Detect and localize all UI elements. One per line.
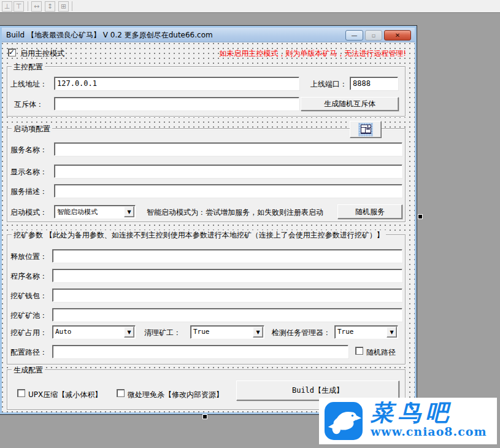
cpu-usage-label: 挖矿占用： bbox=[10, 328, 47, 338]
start-mode-label: 启动模式： bbox=[10, 207, 47, 218]
config-path-input[interactable] bbox=[52, 345, 348, 358]
form-window-icon bbox=[361, 125, 371, 134]
upx-label: UPX压缩【减小体积】 bbox=[28, 390, 102, 400]
start-mode-value: 智能启动模式 bbox=[57, 207, 98, 217]
taskmgr-label: 检测任务管理器： bbox=[272, 328, 331, 338]
enable-master-label: 启用主控模式 bbox=[20, 48, 64, 59]
release-path-label: 释放位置： bbox=[10, 252, 47, 262]
random-service-button[interactable]: 随机服务 bbox=[337, 204, 402, 219]
cpu-usage-value: Auto bbox=[55, 328, 72, 336]
taskmgr-value: True bbox=[337, 328, 354, 336]
pool-input[interactable] bbox=[52, 308, 402, 322]
mutex-input[interactable] bbox=[54, 97, 299, 110]
address-input[interactable] bbox=[54, 77, 299, 90]
program-name-label: 程序名称： bbox=[10, 271, 47, 282]
port-label: 上线端口： bbox=[310, 79, 347, 90]
start-mode-select[interactable]: 智能启动模式 ▼ bbox=[54, 205, 136, 218]
service-name-input[interactable] bbox=[54, 142, 402, 156]
display-name-label: 显示名称： bbox=[10, 167, 47, 177]
group-master-config-title: 主控配置 bbox=[12, 62, 45, 72]
port-input[interactable] bbox=[350, 77, 398, 90]
config-path-label: 配置路径： bbox=[10, 347, 47, 358]
toolbar-separator bbox=[28, 1, 28, 11]
start-mode-hint: 智能启动模式为：尝试增加服务，如失败则注册表启动 bbox=[147, 207, 323, 218]
resize-handle-bottom[interactable] bbox=[202, 414, 207, 419]
random-path-checkbox[interactable] bbox=[355, 347, 363, 355]
same-height-icon[interactable]: ↕ bbox=[45, 1, 55, 12]
same-width-icon[interactable]: ↔ bbox=[31, 1, 42, 12]
bird-logo-tile bbox=[325, 402, 363, 440]
av-evasion-label: 微处理免杀【修改内部资源】 bbox=[128, 390, 223, 400]
toolbar-separator bbox=[72, 1, 72, 11]
chevron-down-icon[interactable]: ▼ bbox=[387, 326, 397, 338]
minimize-button[interactable]: — bbox=[345, 30, 363, 41]
bird-icon bbox=[325, 402, 363, 440]
warning-text: 如未启用主控模式，则为单版本矿马，无法进行远程管理! bbox=[219, 48, 406, 59]
clean-miner-value: True bbox=[193, 328, 210, 336]
release-path-input[interactable] bbox=[52, 249, 402, 263]
taskmgr-select[interactable]: True ▼ bbox=[334, 325, 398, 339]
chevron-down-icon[interactable]: ▼ bbox=[124, 326, 134, 338]
display-name-input[interactable] bbox=[54, 164, 402, 178]
close-button[interactable]: ✕ bbox=[384, 30, 411, 41]
random-path-label: 随机路径 bbox=[366, 347, 396, 358]
service-desc-input[interactable] bbox=[54, 184, 402, 198]
service-name-label: 服务名称： bbox=[10, 145, 47, 155]
chevron-down-icon[interactable]: ▼ bbox=[253, 326, 263, 338]
address-label: 上线地址： bbox=[10, 79, 47, 90]
form-icon-button[interactable] bbox=[350, 121, 382, 138]
enable-master-checkbox[interactable] bbox=[8, 48, 16, 56]
watermark: 菜鸟吧 www.cniao8.com bbox=[319, 398, 497, 444]
titlebar[interactable]: Build 【地表最强良心矿马】 V 0.2 更多原创尽在dute66.com … bbox=[2, 28, 415, 42]
pool-label: 挖矿矿池： bbox=[10, 311, 47, 321]
watermark-brand: 菜鸟吧 bbox=[371, 398, 494, 428]
service-desc-label: 服务描述： bbox=[10, 187, 47, 197]
maximize-button[interactable]: ▫ bbox=[365, 30, 382, 41]
av-evasion-checkbox[interactable] bbox=[117, 389, 125, 397]
group-mining-params-title: 挖矿参数 【此处为备用参数、如连接不到主控则使用本参数进行本地挖矿（连接上了会使… bbox=[12, 230, 386, 241]
cpu-usage-select[interactable]: Auto ▼ bbox=[52, 325, 136, 339]
group-startup-config-title: 启动项配置 bbox=[12, 124, 52, 134]
designer-toolbar: ⊥ ⊤ ↔ ↕ ⊞ bbox=[0, 0, 500, 13]
same-size-icon[interactable]: ⊞ bbox=[58, 1, 69, 12]
align-top-icon[interactable]: ⊤ bbox=[13, 1, 24, 12]
resize-handle-right[interactable] bbox=[418, 214, 423, 219]
wallet-label: 挖矿钱包： bbox=[10, 291, 47, 301]
program-name-input[interactable] bbox=[52, 269, 402, 282]
clean-miner-label: 清理矿工： bbox=[144, 328, 181, 338]
form-client-area: 启用主控模式 如未启用主控模式，则为单版本矿马，无法进行远程管理! 主控配置 上… bbox=[2, 42, 415, 412]
generate-mutex-button[interactable]: 生成随机互斥体 bbox=[301, 97, 399, 111]
chevron-down-icon[interactable]: ▼ bbox=[124, 206, 134, 217]
wallet-input[interactable] bbox=[52, 288, 402, 302]
clean-miner-select[interactable]: True ▼ bbox=[190, 325, 264, 339]
group-build-config-title: 生成配置 bbox=[12, 365, 45, 376]
mutex-label: 互斥体： bbox=[14, 99, 44, 110]
align-bottom-icon[interactable]: ⊥ bbox=[2, 1, 12, 12]
watermark-site: www.cniao8.com bbox=[371, 425, 487, 438]
upx-checkbox[interactable] bbox=[17, 389, 25, 397]
builder-window: Build 【地表最强良心矿马】 V 0.2 更多原创尽在dute66.com … bbox=[0, 26, 417, 414]
window-title: Build 【地表最强良心矿马】 V 0.2 更多原创尽在dute66.com bbox=[6, 31, 213, 39]
